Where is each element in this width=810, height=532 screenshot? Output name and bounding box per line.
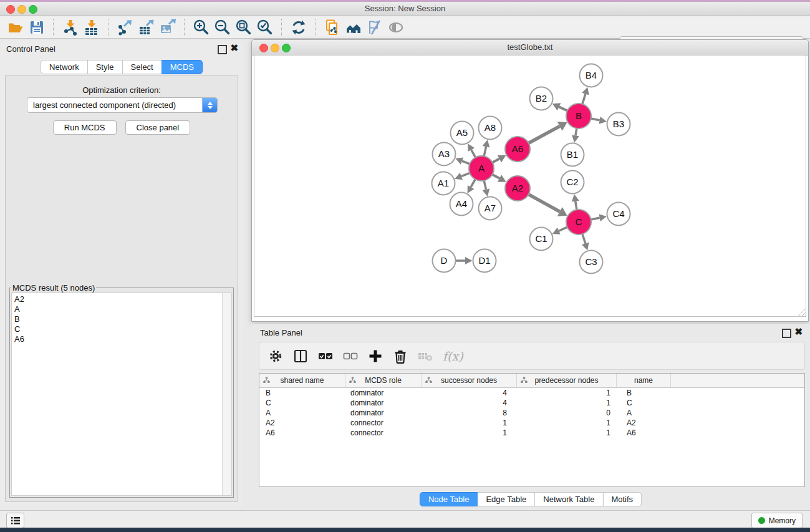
app-title: Session: New Session	[0, 2, 810, 16]
column-header-label: successor nodes	[441, 376, 497, 385]
zoom-in-icon[interactable]	[193, 19, 210, 36]
result-list-item[interactable]: B	[14, 314, 24, 324]
graph-edge-B-B3[interactable]	[591, 118, 600, 120]
function-builder-icon[interactable]: f(x)	[443, 349, 463, 363]
table-row[interactable]: Bdominator41B	[259, 388, 804, 398]
memory-button[interactable]: Memory	[751, 513, 803, 528]
close-panel-button[interactable]: Close panel	[125, 120, 191, 135]
float-panel-icon[interactable]	[218, 45, 227, 54]
tab-network[interactable]: Network	[41, 60, 88, 74]
show-all-icon[interactable]	[387, 19, 405, 36]
graph-edge-B-B2[interactable]	[559, 107, 567, 110]
delete-table-icon[interactable]	[418, 349, 433, 364]
close-panel-icon[interactable]: ✖	[794, 327, 803, 337]
result-list-item[interactable]: C	[14, 324, 24, 334]
mcds-result-box: MCDS result (5 nodes) A2ABCA6	[9, 283, 234, 498]
attribute-type-icon	[521, 377, 528, 384]
close-traffic-light[interactable]	[6, 5, 15, 14]
show-columns-icon[interactable]	[293, 349, 308, 364]
zoom-fit-icon[interactable]	[235, 19, 253, 36]
table-row[interactable]: A6connector11A6	[259, 428, 804, 438]
graph-edge-B-B4[interactable]	[582, 94, 586, 104]
attribute-type-icon	[425, 377, 432, 384]
graph-edge-A-A7[interactable]	[484, 181, 486, 190]
column-header-successor-nodes[interactable]: successor nodes	[422, 374, 517, 387]
first-neighbors-icon[interactable]	[345, 19, 362, 36]
graph-edge-B-B1[interactable]	[576, 128, 577, 136]
import-network-icon[interactable]	[62, 19, 79, 36]
select-all-columns-icon[interactable]	[318, 349, 333, 364]
apply-layout-icon[interactable]	[290, 19, 307, 36]
zoom-out-icon[interactable]	[214, 19, 231, 36]
graph-edge-A6-B[interactable]	[529, 126, 560, 143]
graph-edge-C-C2[interactable]	[576, 201, 577, 210]
save-session-icon[interactable]	[28, 19, 46, 36]
network-graph[interactable]: B4B2BB3A8A5A6A3B1AC2A1A2A4A7C4CC1DD1C3	[252, 55, 809, 320]
float-panel-icon[interactable]	[782, 329, 791, 338]
graph-edge-A-A3[interactable]	[462, 161, 470, 164]
create-column-icon[interactable]	[368, 349, 383, 364]
app-titlebar[interactable]: Session: New Session	[0, 2, 810, 16]
column-header-MCDS-role[interactable]: MCDS role	[345, 374, 422, 387]
task-list-icon	[10, 515, 21, 526]
toolbar-separator	[108, 19, 109, 36]
result-list-item[interactable]: A	[14, 304, 24, 314]
table-options-icon[interactable]	[268, 349, 283, 364]
export-image-icon[interactable]	[159, 19, 176, 36]
graph-node-label: A	[478, 163, 485, 173]
graph-edge-A-A5[interactable]	[471, 150, 476, 157]
tab-mcds[interactable]: MCDS	[162, 60, 203, 74]
graph-edge-A-A8[interactable]	[484, 147, 486, 156]
open-session-icon[interactable]	[7, 19, 24, 36]
mcds-result-list[interactable]: A2ABCA6	[11, 293, 232, 496]
graph-edge-A-A1[interactable]	[461, 173, 470, 176]
control-panel-header: Control Panel ✖	[0, 41, 243, 57]
graph-edge-A-A4[interactable]	[471, 179, 475, 187]
tab-select[interactable]: Select	[122, 60, 162, 74]
graph-edge-A2-C[interactable]	[529, 195, 560, 212]
graph-edge-C-C4[interactable]	[591, 218, 600, 220]
column-header-shared-name[interactable]: shared name	[259, 374, 345, 387]
toolbar-separator	[184, 19, 185, 36]
unselect-all-columns-icon[interactable]	[343, 349, 358, 364]
network-window-titlebar[interactable]: testGlobe.txt	[252, 40, 808, 56]
tab-edge-table[interactable]: Edge Table	[477, 492, 535, 506]
edge-arrowhead	[572, 135, 579, 142]
table-row[interactable]: A2connector11A2	[259, 418, 804, 428]
zoom-selected-icon[interactable]	[256, 19, 274, 36]
graph-node-label: C2	[566, 177, 578, 187]
zoom-traffic-light[interactable]	[29, 5, 37, 14]
graph-edge-A-A2[interactable]	[493, 175, 500, 178]
graph-edge-C-C3[interactable]	[582, 234, 586, 243]
export-table-icon[interactable]	[138, 19, 155, 36]
result-list-scrollbar[interactable]	[222, 293, 231, 495]
task-history-button[interactable]	[6, 513, 24, 528]
import-table-icon[interactable]	[83, 19, 100, 36]
criterion-dropdown[interactable]: largest connected component (directed)	[27, 97, 218, 113]
minimize-traffic-light[interactable]	[17, 5, 26, 14]
graph-edge-C-C1[interactable]	[559, 227, 567, 231]
column-header-name[interactable]: name	[617, 374, 671, 387]
run-mcds-button[interactable]: Run MCDS	[53, 120, 117, 135]
tab-style[interactable]: Style	[87, 60, 123, 74]
export-network-icon[interactable]	[117, 19, 134, 36]
delete-column-icon[interactable]	[393, 349, 408, 364]
graph-edge-A-A6[interactable]	[493, 159, 499, 163]
tab-node-table[interactable]: Node Table	[420, 492, 478, 506]
hide-selected-icon[interactable]	[366, 19, 383, 36]
graph-node-label: A8	[485, 122, 496, 133]
result-list-item[interactable]: A2	[14, 294, 24, 304]
table-row[interactable]: Cdominator41C	[259, 398, 804, 408]
tab-network-table[interactable]: Network Table	[534, 492, 603, 506]
close-traffic-light[interactable]	[259, 44, 268, 52]
minimize-traffic-light[interactable]	[271, 44, 279, 52]
new-network-from-selection-icon[interactable]	[324, 19, 341, 36]
zoom-traffic-light[interactable]	[282, 44, 291, 52]
result-list-item[interactable]: A6	[14, 334, 24, 344]
column-header-predecessor-nodes[interactable]: predecessor nodes	[517, 374, 617, 387]
table-row[interactable]: Adominator80A	[259, 408, 804, 418]
tab-motifs[interactable]: Motifs	[602, 492, 642, 506]
node-table[interactable]: shared nameMCDS rolesuccessor nodesprede…	[259, 373, 805, 487]
close-panel-icon[interactable]: ✖	[230, 43, 238, 53]
memory-button-label: Memory	[769, 516, 796, 525]
